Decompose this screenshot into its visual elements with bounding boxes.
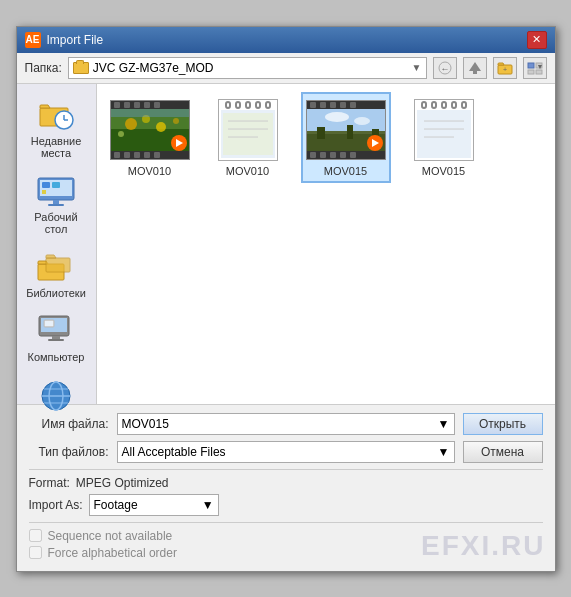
filename-value: MOV015 (122, 417, 169, 431)
file-item-mov010-film[interactable]: MOV010 (105, 92, 195, 183)
library-icon (36, 249, 76, 285)
svg-rect-2 (473, 71, 477, 74)
open-button[interactable]: Открыть (463, 413, 543, 435)
cancel-button[interactable]: Отмена (463, 441, 543, 463)
svg-rect-53 (347, 125, 353, 139)
svg-rect-18 (42, 182, 50, 188)
svg-point-38 (156, 122, 166, 132)
svg-rect-5 (528, 63, 534, 68)
file-thumb-mov015-doc (404, 98, 484, 163)
svg-point-50 (354, 117, 370, 125)
sequence-checkbox[interactable] (29, 529, 42, 542)
file-thumb-mov015 (306, 98, 386, 163)
close-button[interactable]: ✕ (527, 31, 547, 49)
sequence-checkbox-row: Sequence not available (29, 529, 543, 543)
svg-rect-17 (48, 204, 64, 206)
import-as-arrow: ▼ (202, 498, 214, 512)
sidebar-item-recent[interactable]: Недавние места (21, 92, 91, 164)
file-thumb (110, 98, 190, 163)
svg-text:←: ← (440, 64, 449, 74)
alphabetical-label: Force alphabetical order (48, 546, 177, 560)
file-thumb-doc (208, 98, 288, 163)
film-thumbnail (110, 100, 190, 160)
film-thumbnail-mov015 (306, 100, 386, 160)
svg-rect-7 (528, 70, 534, 74)
sidebar-item-desktop[interactable]: Рабочий стол (21, 168, 91, 240)
network-icon (36, 377, 76, 413)
sidebar-item-library[interactable]: Библиотеки (21, 244, 91, 304)
import-as-value: Footage (94, 498, 138, 512)
sidebar-item-network[interactable] (21, 372, 91, 418)
filetype-value: All Acceptable Files (122, 445, 226, 459)
svg-rect-55 (419, 113, 469, 155)
divider2 (29, 522, 543, 523)
ae-app-icon: AE (25, 32, 41, 48)
divider (29, 469, 543, 470)
sidebar-desktop-label: Рабочий стол (24, 211, 88, 235)
folder-dropdown-arrow: ▼ (412, 62, 422, 73)
format-label: Format: (29, 476, 70, 490)
import-file-dialog: AE Import File ✕ Папка: JVC GZ-MG37e_MOD… (16, 26, 556, 572)
notebook-icon-mov015 (414, 99, 474, 161)
filename-dropdown[interactable]: MOV015 ▼ (117, 413, 455, 435)
filename-label: Имя файла: (29, 417, 109, 431)
format-row: Format: MPEG Optimized (29, 476, 543, 490)
nav-up-button[interactable] (463, 57, 487, 79)
svg-text:▼: ▼ (536, 63, 542, 70)
svg-rect-20 (42, 190, 46, 194)
svg-rect-8 (536, 70, 542, 74)
import-as-label: Import As: (29, 498, 83, 512)
bottom-section: Имя файла: MOV015 ▼ Открыть Тип файлов: … (17, 404, 555, 571)
file-name-mov015-doc: MOV015 (422, 165, 465, 177)
sidebar-computer-label: Компьютер (28, 351, 85, 363)
svg-rect-28 (48, 339, 64, 341)
filetype-dropdown[interactable]: All Acceptable Files ▼ (117, 441, 455, 463)
file-name-mov015-film: MOV015 (324, 165, 367, 177)
sidebar: Недавние места (17, 84, 97, 404)
sequence-label: Sequence not available (48, 529, 173, 543)
svg-point-49 (325, 112, 349, 122)
filetype-row: Тип файлов: All Acceptable Files ▼ Отмен… (29, 441, 543, 463)
import-as-dropdown[interactable]: Footage ▼ (89, 494, 219, 516)
notebook-icon (218, 99, 278, 161)
folder-path-dropdown[interactable]: JVC GZ-MG37e_MOD ▼ (68, 57, 427, 79)
svg-point-40 (118, 131, 124, 137)
play-badge-mov015 (367, 135, 383, 151)
format-value: MPEG Optimized (76, 476, 169, 490)
alphabetical-checkbox[interactable] (29, 546, 42, 559)
main-content: Недавние места (17, 84, 555, 404)
folder-label: Папка: (25, 61, 62, 75)
view-menu-button[interactable]: ▼ (523, 57, 547, 79)
import-as-row: Import As: Footage ▼ (29, 494, 543, 516)
alphabetical-checkbox-row: Force alphabetical order (29, 546, 543, 560)
svg-rect-16 (53, 200, 59, 204)
filename-row: Имя файла: MOV015 ▼ Открыть (29, 413, 543, 435)
dialog-title: Import File (47, 33, 104, 47)
svg-rect-41 (111, 109, 190, 117)
file-item-mov010-doc[interactable]: MOV010 (203, 92, 293, 183)
sidebar-library-label: Библиотеки (26, 287, 86, 299)
svg-rect-22 (46, 258, 70, 272)
filetype-label: Тип файлов: (29, 445, 109, 459)
nav-back-button[interactable]: ← (433, 57, 457, 79)
file-item-mov015-film[interactable]: MOV015 (301, 92, 391, 183)
svg-point-36 (125, 118, 137, 130)
svg-text:+: + (502, 66, 506, 73)
sidebar-item-computer[interactable]: Компьютер (21, 308, 91, 368)
title-buttons: ✕ (527, 31, 547, 49)
file-area: MOV010 (97, 84, 555, 404)
play-badge (171, 135, 187, 151)
desktop-icon (36, 173, 76, 209)
file-item-mov015-doc[interactable]: MOV015 (399, 92, 489, 183)
svg-point-39 (173, 118, 179, 124)
recent-icon (36, 97, 76, 133)
computer-icon (36, 313, 76, 349)
svg-rect-52 (317, 127, 325, 139)
svg-rect-42 (223, 113, 273, 155)
toolbar: Папка: JVC GZ-MG37e_MOD ▼ ← + (17, 53, 555, 84)
svg-rect-26 (45, 321, 53, 326)
filetype-dropdown-arrow: ▼ (438, 445, 450, 459)
file-name-mov010-film: MOV010 (128, 165, 171, 177)
new-folder-button[interactable]: + (493, 57, 517, 79)
filename-dropdown-arrow: ▼ (438, 417, 450, 431)
